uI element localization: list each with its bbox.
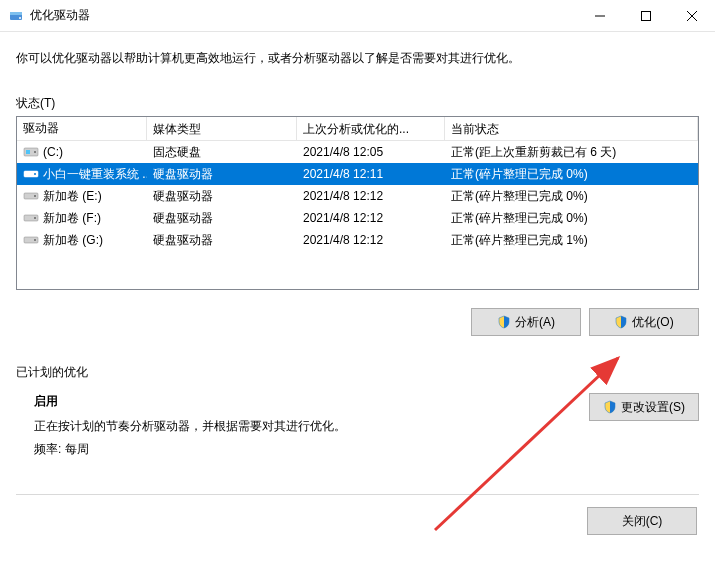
optimize-button-label: 优化(O) <box>632 314 673 331</box>
titlebar: 优化驱动器 <box>0 0 715 32</box>
drive-date: 2021/4/8 12:05 <box>297 142 445 162</box>
drive-row[interactable]: (C:)固态硬盘2021/4/8 12:05正常(距上次重新剪裁已有 6 天) <box>17 141 698 163</box>
svg-point-9 <box>34 151 36 153</box>
analyze-button-label: 分析(A) <box>515 314 555 331</box>
drive-icon <box>23 234 39 246</box>
maximize-button[interactable] <box>623 0 669 32</box>
drive-name: 小白一键重装系统 ... <box>43 166 147 183</box>
drive-date: 2021/4/8 12:12 <box>297 186 445 206</box>
shield-icon <box>497 315 511 329</box>
close-button[interactable] <box>669 0 715 32</box>
divider <box>16 494 699 495</box>
window-title: 优化驱动器 <box>30 7 577 24</box>
analyze-button[interactable]: 分析(A) <box>471 308 581 336</box>
status-label: 状态(T) <box>16 95 699 112</box>
scheduled-enabled: 启用 <box>34 393 346 410</box>
drive-icon <box>23 212 39 224</box>
drive-row[interactable]: 新加卷 (F:)硬盘驱动器2021/4/8 12:12正常(碎片整理已完成 0%… <box>17 207 698 229</box>
app-icon <box>8 8 24 24</box>
svg-rect-8 <box>26 150 30 154</box>
minimize-button[interactable] <box>577 0 623 32</box>
drive-list[interactable]: 驱动器 媒体类型 上次分析或优化的... 当前状态 (C:)固态硬盘2021/4… <box>16 116 699 290</box>
close-footer-button[interactable]: 关闭(C) <box>587 507 697 535</box>
drive-icon <box>23 168 39 180</box>
change-settings-button[interactable]: 更改设置(S) <box>589 393 699 421</box>
col-header-status[interactable]: 当前状态 <box>445 117 698 140</box>
drive-date: 2021/4/8 12:12 <box>297 230 445 250</box>
drive-icon <box>23 190 39 202</box>
col-header-date[interactable]: 上次分析或优化的... <box>297 117 445 140</box>
drive-type: 硬盘驱动器 <box>147 207 297 230</box>
scheduled-desc: 正在按计划的节奏分析驱动器，并根据需要对其进行优化。 <box>34 418 346 435</box>
drive-type: 固态硬盘 <box>147 141 297 164</box>
drive-status: 正常(碎片整理已完成 0%) <box>445 185 698 208</box>
drive-name: 新加卷 (E:) <box>43 188 102 205</box>
change-settings-label: 更改设置(S) <box>621 399 685 416</box>
scheduled-label: 已计划的优化 <box>16 364 699 381</box>
scheduled-freq: 频率: 每周 <box>34 441 346 458</box>
shield-icon <box>603 400 617 414</box>
drive-status: 正常(碎片整理已完成 0%) <box>445 163 698 186</box>
svg-point-11 <box>34 173 36 175</box>
drive-name: (C:) <box>43 145 63 159</box>
col-header-drive[interactable]: 驱动器 <box>17 117 147 140</box>
drive-date: 2021/4/8 12:12 <box>297 208 445 228</box>
drive-type: 硬盘驱动器 <box>147 185 297 208</box>
col-header-type[interactable]: 媒体类型 <box>147 117 297 140</box>
drive-name: 新加卷 (G:) <box>43 232 103 249</box>
svg-point-13 <box>34 195 36 197</box>
drive-row[interactable]: 小白一键重装系统 ...硬盘驱动器2021/4/8 12:11正常(碎片整理已完… <box>17 163 698 185</box>
drive-name: 新加卷 (F:) <box>43 210 101 227</box>
drive-row[interactable]: 新加卷 (E:)硬盘驱动器2021/4/8 12:12正常(碎片整理已完成 0%… <box>17 185 698 207</box>
window-controls <box>577 0 715 32</box>
drive-list-header: 驱动器 媒体类型 上次分析或优化的... 当前状态 <box>17 117 698 141</box>
drive-status: 正常(距上次重新剪裁已有 6 天) <box>445 141 698 164</box>
svg-point-2 <box>19 17 21 19</box>
drive-type: 硬盘驱动器 <box>147 229 297 252</box>
optimize-button[interactable]: 优化(O) <box>589 308 699 336</box>
svg-point-17 <box>34 239 36 241</box>
drive-row[interactable]: 新加卷 (G:)硬盘驱动器2021/4/8 12:12正常(碎片整理已完成 1%… <box>17 229 698 251</box>
drive-icon <box>23 146 39 158</box>
drive-date: 2021/4/8 12:11 <box>297 164 445 184</box>
close-footer-label: 关闭(C) <box>622 513 663 530</box>
shield-icon <box>614 315 628 329</box>
description-text: 你可以优化驱动器以帮助计算机更高效地运行，或者分析驱动器以了解是否需要对其进行优… <box>16 50 699 67</box>
drive-status: 正常(碎片整理已完成 0%) <box>445 207 698 230</box>
drive-status: 正常(碎片整理已完成 1%) <box>445 229 698 252</box>
svg-rect-1 <box>10 12 22 15</box>
svg-point-15 <box>34 217 36 219</box>
drive-type: 硬盘驱动器 <box>147 163 297 186</box>
svg-rect-4 <box>642 11 651 20</box>
